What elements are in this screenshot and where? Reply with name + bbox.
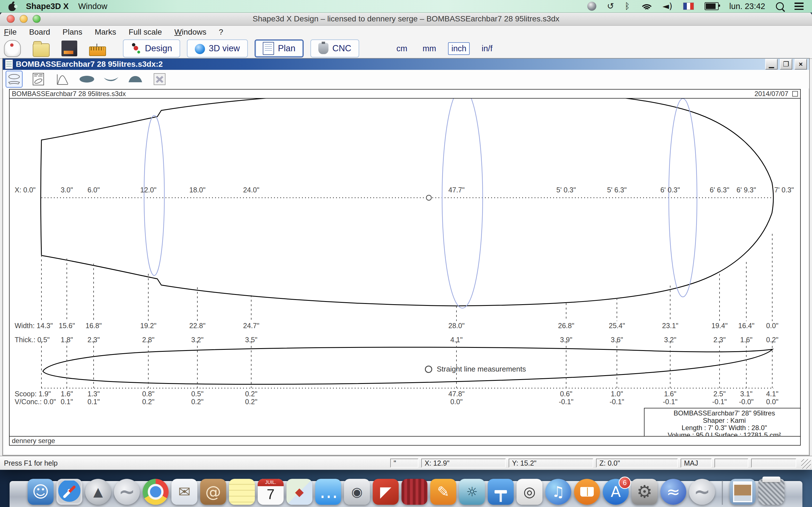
document-titlebar[interactable]: BOMBASSEarchbar7 28 95litres.s3dx:2 ▁ ❐ …	[3, 59, 809, 70]
rocker-view-button[interactable]	[103, 71, 119, 88]
design-label: Design	[145, 43, 172, 54]
menu-plans[interactable]: Plans	[63, 27, 82, 37]
menu-window[interactable]: Window	[79, 2, 107, 11]
volume-icon[interactable]: ◄)	[663, 2, 672, 10]
dock-icon-wave2[interactable]: ~	[689, 479, 715, 505]
swirl-status-icon[interactable]	[587, 2, 596, 11]
radio-circle-icon[interactable]	[425, 365, 432, 373]
view-mode-buttons: Design3D viewPlanCNC	[123, 40, 359, 57]
dock-icon-appstore[interactable]: A6	[603, 479, 629, 505]
dock-icon-calendar[interactable]: JUIL.7	[258, 479, 284, 505]
dock-icon-chrome[interactable]	[143, 479, 168, 505]
center-marker[interactable]	[426, 195, 432, 200]
dock-icon-trash[interactable]	[758, 479, 784, 505]
menu-file[interactable]: File	[4, 27, 17, 37]
menu-board[interactable]: Board	[29, 27, 50, 37]
battery-icon[interactable]	[705, 2, 719, 10]
unit-in-f[interactable]: in/f	[478, 42, 496, 55]
dock-icon-wave[interactable]: ~	[114, 479, 140, 505]
measure-thick-7: 3.9"	[560, 336, 572, 344]
dock-icon-contacts[interactable]: @	[200, 479, 226, 505]
itunes-glyph: ♫	[552, 485, 565, 499]
menu-help[interactable]: ?	[219, 27, 223, 37]
fr-input-flag-icon[interactable]	[683, 3, 694, 10]
dock-icon-safari[interactable]	[56, 479, 82, 505]
export-spreadsheet-icon	[153, 73, 166, 86]
plan-view-button[interactable]: Plan	[255, 40, 304, 57]
time-machine-icon[interactable]: ↺	[607, 2, 614, 10]
measure-thick-5: 3.5"	[245, 336, 257, 344]
slice-contour-tail[interactable]	[144, 115, 164, 276]
shape3d-window: Shape3d X Design – licensed to dennery s…	[0, 12, 812, 470]
dock-icon-notes[interactable]	[229, 479, 255, 505]
board-side-profile[interactable]	[43, 347, 772, 385]
ibooks-detail	[580, 487, 594, 497]
doc-restore-button[interactable]: ❐	[780, 59, 792, 69]
dock-icon-photobooth[interactable]	[402, 479, 427, 505]
straight-line-measurements-toggle[interactable]: Straight line measurements	[425, 365, 526, 374]
measure-scoop-5: 0.2"	[245, 390, 257, 398]
dock-icon-photos[interactable]: ◎	[516, 479, 543, 505]
dock-icon-sysprefs[interactable]: ⚙	[631, 479, 658, 505]
dock-icon-ibooks[interactable]	[574, 479, 600, 505]
profile-curve-button[interactable]	[54, 71, 71, 88]
filled-outline-button[interactable]	[79, 71, 95, 88]
dock-icon-finder[interactable]: ☺	[28, 479, 54, 505]
measure-width-11: 16.4"	[738, 322, 755, 330]
measure-scoop-11: 3.1"	[740, 390, 753, 398]
spec-sheet-icon	[32, 73, 45, 86]
slice-contour-center[interactable]	[442, 99, 483, 308]
dock-icon-pages[interactable]: ✎	[430, 479, 456, 505]
measure-width-8: 25.4"	[609, 322, 625, 330]
measure-tool-icon[interactable]	[89, 47, 106, 56]
save-print-icon[interactable]	[61, 41, 77, 56]
dock-icon-sketchup[interactable]: ◤	[373, 479, 399, 505]
document-toolbar	[3, 70, 809, 89]
dock-icon-facetime[interactable]: ◉	[344, 479, 370, 505]
board-drawing-area[interactable]: X: 0.0"3.0"6.0"12.0"18.0"24.0"47.7"5' 0.…	[10, 99, 800, 436]
dock-icon-messages[interactable]: …	[315, 479, 341, 505]
board-outline-top-view[interactable]	[41, 99, 774, 306]
resize-grip[interactable]	[801, 459, 811, 469]
pointer-tool-icon[interactable]	[4, 40, 21, 57]
menu-marks[interactable]: Marks	[95, 27, 116, 37]
dock-icon-earth[interactable]: ≈	[660, 479, 686, 505]
design-view-button[interactable]: Design	[123, 40, 180, 57]
sketchup-glyph: ◤	[380, 485, 391, 499]
measure-thick-8: 3.6"	[611, 336, 623, 344]
spec-sheet-button[interactable]	[30, 71, 47, 88]
dock-icon-stack[interactable]	[730, 479, 756, 505]
open-file-icon[interactable]	[33, 43, 50, 57]
measure-scoop-1: 1.6"	[61, 390, 73, 398]
measure-thick-2: 2.3"	[87, 336, 100, 344]
export-spreadsheet-button[interactable]	[151, 71, 168, 88]
cnc-view-button[interactable]: CNC	[310, 40, 359, 57]
unit-cm[interactable]: cm	[393, 42, 411, 55]
menu-bar-clock[interactable]: lun. 23:42	[729, 2, 765, 11]
window-titlebar[interactable]: Shape3d X Design – licensed to dennery s…	[0, 12, 812, 25]
outline-view-button[interactable]	[6, 71, 22, 88]
unit-mm[interactable]: mm	[419, 42, 440, 55]
wifi-icon[interactable]	[641, 2, 652, 10]
doc-close-button[interactable]: ×	[795, 59, 807, 69]
active-app-name[interactable]: Shape3D X	[26, 2, 69, 11]
notification-center-icon[interactable]	[795, 3, 804, 10]
dock-icon-iphoto[interactable]: ☼	[459, 479, 485, 505]
view3d-view-button[interactable]: 3D view	[187, 40, 248, 57]
bluetooth-icon[interactable]: ᛒ	[625, 2, 630, 10]
application-menu-bar: FileBoardPlansMarksFull scaleWindows?	[0, 25, 812, 39]
dock-icon-itunes[interactable]: ♫	[545, 479, 571, 505]
menu-full-scale[interactable]: Full scale	[129, 27, 162, 37]
dock-icon-mail[interactable]: ✉	[171, 479, 197, 505]
canvas-corner-checkbox[interactable]	[792, 91, 798, 97]
unit-inch[interactable]: inch	[448, 42, 470, 55]
cnc-icon	[318, 43, 328, 54]
dock-icon-launchpad[interactable]: ▲	[85, 479, 111, 505]
dock-icon-keynote[interactable]	[488, 479, 514, 505]
menu-windows[interactable]: Windows	[174, 27, 206, 37]
apple-menu-icon[interactable]	[8, 1, 16, 11]
dock-icon-maps[interactable]: ◆	[287, 479, 312, 505]
slice-view-button[interactable]	[127, 71, 144, 88]
spotlight-icon[interactable]	[776, 2, 784, 10]
doc-minimize-button[interactable]: ▁	[765, 59, 777, 69]
